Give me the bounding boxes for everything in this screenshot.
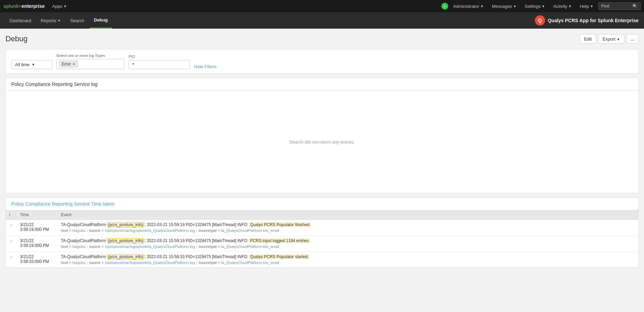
app-title: Qualys PCRS App for Splunk Enterprise [548, 18, 639, 23]
sourcetype-value: ta_QualysCloudPlatform-too_small [221, 228, 279, 233]
event-main-text: TA-QualysCloudPlatform (pcrs_posture_inf… [61, 238, 635, 243]
row-event: TA-QualysCloudPlatform (pcrs_posture_inf… [58, 220, 638, 236]
row-event: TA-QualysCloudPlatform (pcrs_posture_inf… [58, 252, 638, 268]
event-meta: host = lxagubu|source = /opt/splunk/var/… [61, 228, 635, 233]
table-row: ›3/21/22 3:59:19.000 PMTA-QualysCloudPla… [6, 220, 638, 236]
main-content: Debug Edit Export ▼ ... All time ▼ Selec… [0, 29, 644, 312]
expand-button[interactable]: › [9, 254, 13, 260]
find-input[interactable] [611, 4, 631, 9]
time-chevron-icon: ▼ [32, 63, 35, 66]
host-value: lxagubu [72, 228, 86, 233]
tag-close-icon[interactable]: ✕ [72, 62, 75, 66]
page-title: Debug [5, 34, 28, 43]
log-panel: Policy Compliance Reporting Service log … [5, 78, 639, 193]
row-expand-col: › [6, 252, 17, 268]
host-value: lxagubu [72, 244, 86, 249]
reports-chevron-icon: ▼ [57, 19, 61, 23]
nav-help[interactable]: Help ▼ [576, 2, 597, 10]
source-value[interactable]: /opt/splunk/var/log/splunk/ta_QualysClou… [105, 228, 195, 233]
event-meta: host = lxagubu|source = /opt/splunk/var/… [61, 244, 635, 249]
edit-button[interactable]: Edit [580, 34, 596, 44]
sourcetype-value: ta_QualysCloudPlatform-too_small [221, 244, 279, 249]
row-expand-col: › [6, 220, 17, 236]
row-time: 3/21/22 3:59:19.000 PM [17, 220, 58, 236]
apps-chevron-icon: ▼ [63, 4, 67, 8]
find-box[interactable]: Find 🔍 [598, 2, 641, 10]
error-tag: Error ✕ [59, 61, 78, 68]
source-value[interactable]: /opt/splunk/var/log/splunk/ta_QualysClou… [105, 261, 195, 265]
time-taken-panel-title: Policy Compliance Reporting Service Time… [6, 198, 638, 210]
log-panel-title: Policy Compliance Reporting Service log [6, 78, 638, 91]
row-event: TA-QualysCloudPlatform (pcrs_posture_inf… [58, 236, 638, 252]
pid-label: PID [129, 55, 190, 59]
host-value: lxagubu [72, 261, 86, 265]
row-time: 3/21/22 3:58:33.000 PM [17, 252, 58, 268]
settings-chevron-icon: ▼ [542, 4, 545, 8]
table-row: ›3/21/22 3:59:19.000 PMTA-QualysCloudPla… [6, 236, 638, 252]
nav-dashboard[interactable]: Dashboard [5, 12, 35, 29]
time-filter-group: All time ▼ [11, 60, 52, 69]
export-chevron-icon: ▼ [617, 38, 620, 41]
pid-filter-group: PID [129, 55, 190, 69]
qualys-badge: Q [535, 15, 545, 26]
hide-filters-link[interactable]: Hide Filters [194, 64, 217, 69]
nav-activity[interactable]: Activity ▼ [550, 2, 575, 10]
event-meta: host = lxagubu|source = /opt/splunk/var/… [61, 261, 635, 265]
activity-chevron-icon: ▼ [568, 4, 572, 8]
time-taken-panel: Policy Compliance Reporting Service Time… [5, 197, 639, 268]
admin-icon: i [441, 3, 448, 10]
top-nav: splunk>enterprise Apps ▼ i Administrator… [0, 0, 644, 12]
log-types-filter-group: Select one or more log Types Error ✕ [56, 54, 125, 69]
event-main-text: TA-QualysCloudPlatform (pcrs_posture_inf… [61, 222, 635, 227]
sourcetype-value: ta_QualysCloudPlatform-too_small [221, 261, 279, 265]
row-expand-col: › [6, 236, 17, 252]
nav-search[interactable]: Search [66, 12, 88, 29]
header-actions: Edit Export ▼ ... [580, 34, 639, 44]
events-table: i Time Event ›3/21/22 3:59:19.000 PMTA-Q… [6, 210, 638, 268]
help-chevron-icon: ▼ [590, 4, 594, 8]
expand-button[interactable]: › [9, 222, 13, 228]
table-row: ›3/21/22 3:58:33.000 PMTA-QualysCloudPla… [6, 252, 638, 268]
top-nav-right: i Administrator ▼ Messages ▼ Settings ▼ … [441, 2, 641, 10]
second-nav: Dashboard Reports ▼ Search Debug Q Qualy… [0, 12, 644, 29]
admin-chevron-icon: ▼ [480, 4, 484, 8]
col-header-i: i [6, 210, 17, 220]
export-button[interactable]: Export ▼ [598, 34, 625, 44]
row-time: 3/21/22 3:59:19.000 PM [17, 236, 58, 252]
col-header-time: Time [17, 210, 58, 220]
nav-debug[interactable]: Debug [90, 12, 112, 29]
col-header-event: Event [58, 210, 638, 220]
page-header: Debug Edit Export ▼ ... [5, 34, 639, 44]
messages-chevron-icon: ▼ [513, 4, 516, 8]
log-types-label: Select one or more log Types [56, 54, 125, 58]
filter-section: All time ▼ Select one or more log Types … [5, 49, 639, 74]
source-value[interactable]: /opt/splunk/var/log/splunk/ta_QualysClou… [105, 244, 195, 249]
log-types-input[interactable]: Error ✕ [56, 59, 125, 69]
filter-row: All time ▼ Select one or more log Types … [11, 54, 633, 69]
nav-apps[interactable]: Apps ▼ [49, 2, 70, 10]
pid-input[interactable] [129, 60, 190, 69]
expand-button[interactable]: › [9, 238, 13, 244]
log-panel-body: Search did not return any events. [6, 91, 638, 193]
no-events-message: Search did not return any events. [289, 139, 355, 145]
time-select[interactable]: All time ▼ [11, 60, 52, 69]
event-main-text: TA-QualysCloudPlatform (pcrs_posture_inf… [61, 254, 635, 259]
nav-reports[interactable]: Reports ▼ [37, 12, 65, 29]
search-icon: 🔍 [632, 4, 638, 9]
nav-messages[interactable]: Messages ▼ [488, 2, 520, 10]
nav-settings[interactable]: Settings ▼ [521, 2, 548, 10]
more-button[interactable]: ... [627, 34, 639, 44]
nav-administrator[interactable]: Administrator ▼ [450, 2, 487, 10]
splunk-logo[interactable]: splunk>enterprise [3, 3, 45, 9]
second-nav-right: Q Qualys PCRS App for Splunk Enterprise [535, 15, 639, 26]
table-header-row: i Time Event [6, 210, 638, 220]
